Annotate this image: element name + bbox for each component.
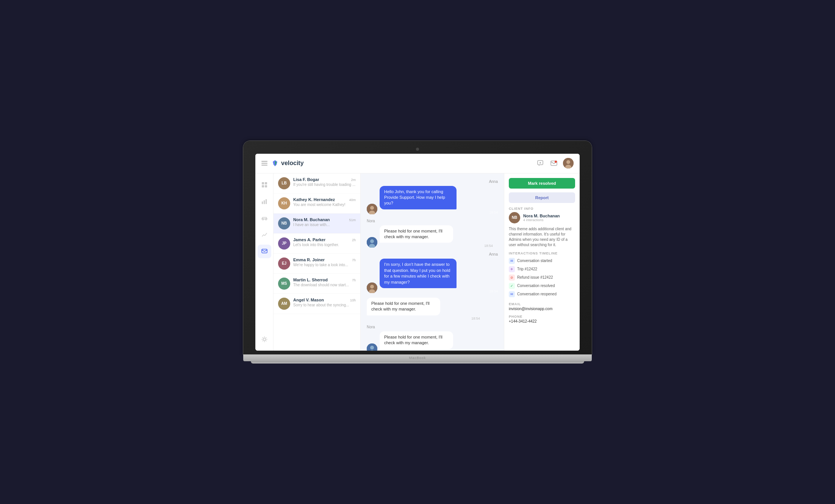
- conversation-item[interactable]: EJEmma R. Joiner7hWe're happy to take a …: [274, 254, 360, 274]
- right-panel: Mark resolved Report CLIENT INFO NB Nora…: [504, 173, 580, 351]
- camera: [416, 148, 419, 151]
- conversation-item[interactable]: LBLisa F. Bogar2mIf you're still having …: [274, 173, 360, 193]
- sidebar-item-vehicle[interactable]: [258, 211, 271, 225]
- laptop-wrapper: velocity: [243, 141, 592, 364]
- timeline-item: ✓Conversation resolved: [509, 282, 575, 290]
- mail-icon-button[interactable]: [549, 159, 558, 168]
- svg-rect-10: [262, 185, 264, 187]
- message-bubble: I'm sorry, I don't have the answer to th…: [380, 259, 457, 288]
- message-sender-label: Anna: [367, 179, 498, 184]
- timeline-text: Refund issue #12422: [517, 275, 553, 279]
- conversation-time: 40m: [349, 198, 356, 202]
- message-group: AnnaHello John, thank you for calling Pr…: [367, 179, 498, 214]
- conversation-preview: The download should now start...: [293, 283, 356, 287]
- conversation-header: James A. Parker2h: [293, 237, 356, 242]
- conversation-item[interactable]: AMAngel V. Mason10hSorry to hear about t…: [274, 294, 360, 314]
- conversation-content: Nora M. Buchanan51mI have an issue with.…: [293, 217, 356, 227]
- message-time: 18:54: [380, 211, 498, 214]
- conversation-item[interactable]: MSMartin L. Sherrod7hThe download should…: [274, 274, 360, 294]
- message-bubble-wrap: Please hold for one moment, I'll check w…: [380, 331, 493, 351]
- timeline-icon: ⊘: [509, 275, 515, 281]
- client-interactions: 4 interactions: [523, 218, 560, 222]
- conversation-name: Kathey K. Hernandez: [293, 197, 335, 202]
- conversation-header: Emma R. Joiner7h: [293, 257, 356, 262]
- conversation-avatar: NB: [278, 217, 290, 229]
- conversation-time: 7h: [352, 278, 356, 282]
- conversation-avatar: LB: [278, 177, 290, 189]
- user-avatar[interactable]: [563, 158, 574, 169]
- logo-area: velocity: [271, 159, 304, 167]
- message-sender-label: Nora: [367, 219, 498, 223]
- new-conversation-button[interactable]: [536, 159, 545, 168]
- chat-messages: AnnaHello John, thank you for calling Pr…: [361, 173, 504, 351]
- conversation-time: 2h: [352, 238, 356, 242]
- conversation-name: Nora M. Buchanan: [293, 217, 330, 222]
- conversation-header: Lisa F. Bogar2m: [293, 177, 356, 182]
- svg-rect-12: [262, 201, 263, 204]
- svg-rect-13: [264, 200, 265, 204]
- screen-bezel: velocity: [243, 141, 592, 354]
- phone-label: PHONE: [509, 315, 575, 318]
- timeline-icon: ✓: [509, 283, 515, 289]
- message-time: 18:54: [380, 244, 493, 248]
- svg-point-26: [370, 285, 374, 289]
- message-row: Please hold for one moment, I'll check w…: [367, 225, 498, 248]
- message-bubble: Please hold for one moment, I'll check w…: [380, 225, 453, 243]
- email-section: EMAIL invision@invisionapp.com: [509, 302, 575, 311]
- timeline-section: INTERACTIONS TIMELINE ✉Conversation star…: [509, 251, 575, 298]
- timeline-item: ✈Trip #12422: [509, 265, 575, 273]
- conversation-item[interactable]: KHKathey K. Hernandez40mYou are most wel…: [274, 193, 360, 214]
- conversation-avatar: EJ: [278, 257, 290, 270]
- logo-icon: [271, 159, 279, 167]
- hamburger-icon[interactable]: [261, 161, 267, 165]
- conversation-content: Angel V. Mason10hSorry to hear about the…: [293, 298, 356, 307]
- message-row: I'm sorry, I don't have the answer to th…: [367, 259, 498, 293]
- message-group: NoraPlease hold for one moment, I'll che…: [367, 219, 498, 248]
- mark-resolved-button[interactable]: Mark resolved: [509, 178, 575, 189]
- email-label: EMAIL: [509, 302, 575, 306]
- message-bubble-wrap: I'm sorry, I don't have the answer to th…: [380, 259, 498, 293]
- sidebar-item-dashboard[interactable]: [258, 178, 271, 192]
- conversation-list: LBLisa F. Bogar2mIf you're still having …: [274, 173, 361, 351]
- laptop-foot: [251, 361, 584, 364]
- svg-rect-8: [262, 182, 264, 184]
- chat-area: AnnaHello John, thank you for calling Pr…: [361, 173, 504, 351]
- conversation-content: James A. Parker2hLet's look into this to…: [293, 237, 356, 247]
- conversation-name: Angel V. Mason: [293, 298, 324, 302]
- message-sender-label: Nora: [367, 325, 498, 329]
- laptop-screen: velocity: [255, 154, 580, 351]
- phone-value: +144-3412-4422: [509, 319, 575, 323]
- sidebar-item-reports[interactable]: [258, 228, 271, 242]
- conversation-item[interactable]: NBNora M. Buchanan51mI have an issue wit…: [274, 214, 360, 234]
- conversation-content: Martin L. Sherrod7hThe download should n…: [293, 278, 356, 287]
- sidebar-item-analytics[interactable]: [258, 195, 271, 208]
- chat-avatar: [367, 237, 377, 248]
- sidebar-item-messages[interactable]: [258, 245, 271, 258]
- timeline-item: ⊘Refund issue #12422: [509, 273, 575, 282]
- timeline-text: Trip #12422: [517, 267, 537, 271]
- message-sender-label: Anna: [367, 252, 498, 256]
- timeline-icon: ✉: [509, 291, 515, 297]
- conversation-item[interactable]: JPJames A. Parker2hLet's look into this …: [274, 234, 360, 254]
- timeline-text: Conversation resolved: [517, 284, 555, 288]
- message-time: 18:54: [367, 317, 480, 320]
- conversation-preview: We're happy to take a look into...: [293, 263, 356, 267]
- message-row: Hello John, thank you for calling Provid…: [367, 186, 498, 214]
- svg-point-20: [370, 206, 374, 210]
- message-bubble: Hello John, thank you for calling Provid…: [380, 186, 457, 209]
- message-bubble-wrap: Please hold for one moment, I'll check w…: [380, 225, 493, 248]
- timeline-container: ✉Conversation started✈Trip #12422⊘Refund…: [509, 257, 575, 298]
- svg-point-29: [370, 346, 374, 350]
- conversation-time: 2m: [351, 178, 356, 182]
- sidebar-item-settings[interactable]: [258, 332, 271, 346]
- timeline-text: Conversation started: [517, 259, 552, 263]
- conversation-preview: You are most welcome Kathey!: [293, 203, 356, 207]
- conversation-content: Emma R. Joiner7hWe're happy to take a lo…: [293, 257, 356, 267]
- laptop-base: MacBook: [243, 354, 592, 361]
- svg-point-18: [263, 338, 266, 340]
- client-name: Nora M. Buchanan: [523, 214, 560, 218]
- timeline-label: INTERACTIONS TIMELINE: [509, 251, 575, 255]
- report-button[interactable]: Report: [509, 192, 575, 203]
- chat-avatar: [367, 282, 377, 293]
- svg-point-4: [555, 161, 557, 163]
